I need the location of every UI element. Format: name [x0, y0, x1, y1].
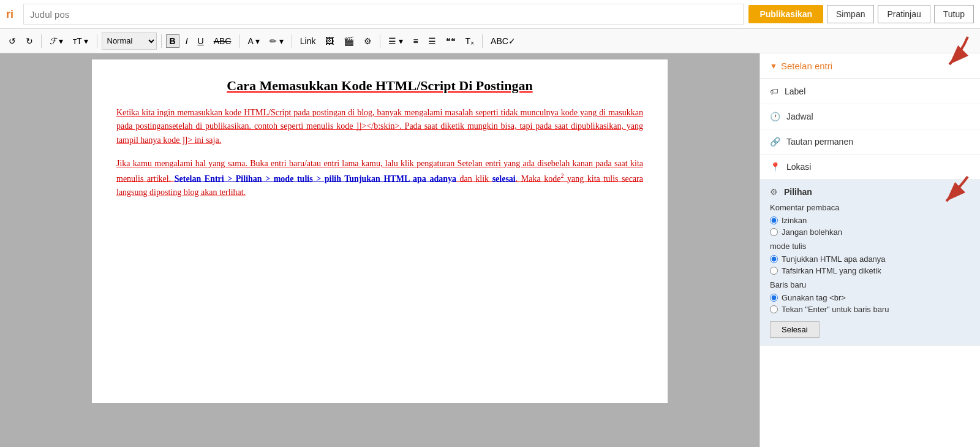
mode-tunjukkan-label: Tunjukkan HTML apa adanya — [782, 254, 886, 264]
bold-button[interactable]: B — [166, 34, 179, 48]
font-button[interactable]: ℱ ▾ — [46, 34, 67, 48]
align-button[interactable]: ☰ ▾ — [385, 34, 407, 48]
video-button[interactable]: 🎬 — [340, 34, 358, 48]
mode-tafsirkan-label: Tafsirkan HTML yang diketik — [782, 266, 881, 275]
special-char-button[interactable]: ⚙ — [360, 34, 375, 48]
pilihan-label: Pilihan — [784, 187, 812, 197]
editor-area[interactable]: Cara Memasukkan Kode HTML/Script Di Post… — [0, 53, 760, 447]
baris-enter-row: Tekan "Enter" untuk baris baru — [770, 305, 970, 314]
komentar-jangan-label: Jangan bolehkan — [782, 227, 842, 237]
arrow-decoration-2 — [925, 174, 974, 204]
app-logo: ri — [6, 8, 18, 21]
article-paragraph-2: Jika kamu mengalami hal yang sama. Buka … — [116, 157, 643, 199]
baris-br-radio[interactable] — [770, 294, 778, 302]
toolbar-sep-3 — [161, 34, 162, 48]
panel-section-tautan[interactable]: 🔗 Tautan permanen — [760, 129, 980, 155]
tautan-icon: 🔗 — [770, 137, 780, 147]
font-size-button[interactable]: тT ▾ — [69, 34, 92, 48]
editor-toolbar: ↺ ↻ ℱ ▾ тT ▾ Normal Heading 1 Heading 2 … — [0, 29, 980, 53]
baris-baru-title: Baris baru — [770, 280, 970, 289]
inline-link-1[interactable]: Setelan Entri > Pilihan > mode tulis > p… — [175, 174, 456, 183]
lokasi-text: Lokasi — [786, 162, 811, 172]
komentar-title: Komentar pembaca — [770, 203, 970, 212]
arrow-decoration-1 — [925, 53, 974, 71]
jadwal-text: Jadwal — [786, 112, 813, 121]
remove-format-button[interactable]: Tₓ — [462, 34, 478, 48]
panel-section-pilihan: ⚙ Pilihan Komentar pembaca Izinkan Janga… — [760, 180, 980, 346]
komentar-jangan-radio[interactable] — [770, 228, 778, 236]
panel-section-label[interactable]: 🏷 Label — [760, 79, 980, 104]
format-select[interactable]: Normal Heading 1 Heading 2 Heading 3 — [102, 32, 157, 50]
toolbar-sep-6 — [380, 34, 380, 48]
right-panel: ▼ Setelan entri 🏷 Label 🕐 Jadwal 🔗 Tauta… — [760, 53, 980, 447]
toolbar-sep-5 — [292, 34, 292, 48]
undo-button[interactable]: ↺ — [5, 34, 20, 48]
post-title-input[interactable] — [23, 4, 744, 25]
selesai-button[interactable]: Selesai — [770, 321, 820, 338]
top-bar: ri Publikasikan Simpan Pratinjau Tutup — [0, 0, 980, 29]
panel-header-title: Setelan entri — [781, 61, 832, 71]
komentar-izinkan-label: Izinkan — [782, 216, 807, 225]
link-button[interactable]: Link — [296, 34, 320, 48]
numbered-list-button[interactable]: ≡ — [409, 34, 421, 48]
top-bar-buttons: Publikasikan Simpan Pratinjau Tutup — [748, 5, 974, 23]
toolbar-sep-4 — [239, 34, 239, 48]
font-color-button[interactable]: A ▾ — [244, 34, 263, 48]
underline-button[interactable]: U — [194, 34, 208, 48]
redo-button[interactable]: ↻ — [22, 34, 37, 48]
komentar-jangan-row: Jangan bolehkan — [770, 227, 970, 237]
toolbar-sep-7 — [482, 34, 483, 48]
italic-button[interactable]: I — [182, 34, 192, 48]
article-title: Cara Memasukkan Kode HTML/Script Di Post… — [116, 78, 643, 94]
toolbar-sep-1 — [41, 34, 42, 48]
pilihan-icon: ⚙ — [770, 187, 778, 197]
mode-tafsirkan-row: Tafsirkan HTML yang diketik — [770, 266, 970, 275]
label-icon: 🏷 — [770, 86, 778, 96]
image-button[interactable]: 🖼 — [322, 34, 337, 48]
mode-tafsirkan-radio[interactable] — [770, 267, 778, 275]
bullet-list-button[interactable]: ☰ — [424, 34, 440, 48]
spellcheck-button[interactable]: ABC✓ — [487, 34, 519, 48]
komentar-izinkan-radio[interactable] — [770, 216, 778, 224]
mode-tulis-title: mode tulis — [770, 242, 970, 251]
publish-button[interactable]: Publikasikan — [748, 5, 823, 23]
jadwal-icon: 🕐 — [770, 112, 780, 121]
baris-br-label: Gunakan tag <br> — [782, 293, 846, 302]
tautan-text: Tautan permanen — [786, 137, 853, 147]
article-paragraph-1: Ketika kita ingin memasukkan kode HTML/S… — [116, 106, 643, 147]
pilihan-header[interactable]: ⚙ Pilihan — [770, 187, 970, 197]
save-button[interactable]: Simpan — [827, 5, 874, 23]
baris-enter-radio[interactable] — [770, 305, 778, 313]
preview-button[interactable]: Pratinjau — [878, 5, 930, 23]
panel-header: ▼ Setelan entri — [760, 53, 980, 79]
panel-section-jadwal[interactable]: 🕐 Jadwal — [760, 104, 980, 129]
quote-button[interactable]: ❝❝ — [442, 34, 459, 48]
mode-tunjukkan-radio[interactable] — [770, 255, 778, 263]
close-button[interactable]: Tutup — [934, 5, 974, 23]
lokasi-icon: 📍 — [770, 162, 780, 172]
toolbar-sep-2 — [97, 34, 97, 48]
highlight-button[interactable]: ✏ ▾ — [266, 34, 287, 48]
inline-link-2[interactable]: selesai — [492, 174, 516, 183]
strikethrough-button[interactable]: ABC — [210, 34, 235, 48]
baris-enter-label: Tekan "Enter" untuk baris baru — [782, 305, 889, 314]
panel-triangle-icon: ▼ — [770, 62, 777, 71]
komentar-izinkan-row: Izinkan — [770, 216, 970, 225]
main-area: Cara Memasukkan Kode HTML/Script Di Post… — [0, 53, 980, 447]
label-text: Label — [785, 86, 805, 96]
mode-tunjukkan-row: Tunjukkan HTML apa adanya — [770, 254, 970, 264]
editor-content[interactable]: Cara Memasukkan Kode HTML/Script Di Post… — [92, 59, 668, 403]
baris-br-row: Gunakan tag <br> — [770, 293, 970, 302]
